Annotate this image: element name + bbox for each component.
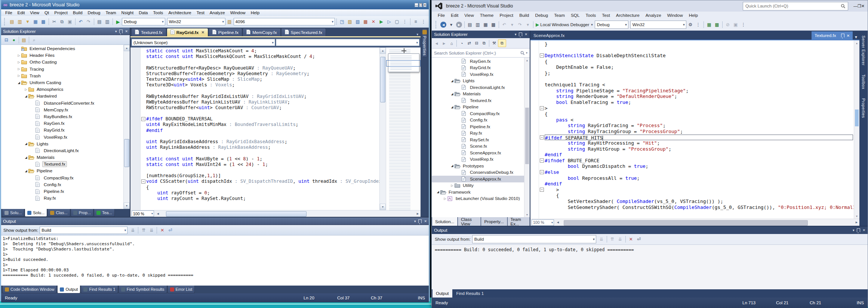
menu-item-project[interactable]: Project xyxy=(52,10,70,15)
collapsed-tool-tab[interactable]: Server Explorer xyxy=(861,33,866,67)
pin-icon[interactable] xyxy=(418,219,422,223)
tree-item[interactable]: CompactRay.fx xyxy=(432,110,524,117)
tree-item[interactable]: RaySet.fx xyxy=(432,136,524,143)
editor-margin[interactable] xyxy=(530,40,539,219)
collapsed-tool-tab[interactable]: Properties xyxy=(861,96,866,119)
tree-item[interactable]: ▷Header Files xyxy=(1,52,123,59)
tree-item[interactable]: ◢Materials xyxy=(432,91,524,98)
tool-window-tab[interactable]: Clas... xyxy=(47,209,70,217)
fold-toggle-icon[interactable] xyxy=(539,158,545,164)
menu-item-edit[interactable]: Edit xyxy=(448,12,461,19)
fold-toggle-icon[interactable] xyxy=(539,53,545,59)
cancel-build-icon[interactable]: ⊘ xyxy=(724,21,732,28)
preview-selected-items-icon[interactable]: ⧉ xyxy=(498,39,506,47)
tree-item[interactable]: DirectionalLight.fx xyxy=(1,147,123,154)
menu-item-debug[interactable]: Debug xyxy=(532,12,551,19)
tree-item[interactable]: ◢Lights xyxy=(1,141,123,147)
pin-icon[interactable] xyxy=(519,33,522,36)
new-project-icon[interactable]: ▤ xyxy=(8,18,16,25)
tree-item[interactable]: Ray.fx xyxy=(1,195,123,201)
tree-item[interactable]: DistanceFieldConverter.fx xyxy=(1,100,123,107)
solution-explorer-header[interactable]: Solution Explorer ▾✕ xyxy=(1,28,130,35)
tree-item[interactable]: SceneApprox.fx xyxy=(432,150,524,156)
maximize-button[interactable]: ❐ xyxy=(419,3,422,7)
menu-item-window[interactable]: Window xyxy=(228,10,248,15)
tool-window-tab[interactable]: Output xyxy=(433,289,452,298)
tree-item[interactable]: ▷Trash xyxy=(1,73,123,79)
toolbar-options-icon[interactable]: ⋮ xyxy=(420,18,427,25)
solution-config-combo[interactable]: Debug xyxy=(595,21,628,29)
solution-search-input[interactable]: Search Solution Explorer (Ctrl+;) ▾ xyxy=(432,49,530,58)
home-icon[interactable]: ⌂ xyxy=(448,40,455,47)
tree-item[interactable]: ▷beLauncher (Visual Studio 2010) xyxy=(432,195,524,202)
find-message-icon[interactable]: ⇊ xyxy=(129,227,136,234)
code-line[interactable]: SetVertexShader( CompileShader(vs_5_0, V… xyxy=(539,198,854,204)
document-tab[interactable]: Pipeline.fx xyxy=(209,28,242,36)
output-source-combo[interactable]: Build xyxy=(472,235,596,243)
code-line[interactable]: RWByteAddressBuffer RayGridIdxListUAV : … xyxy=(141,94,379,99)
editor-scrollbar[interactable]: ▲ ▼ xyxy=(379,47,386,210)
menu-item-architecture[interactable]: Architecture xyxy=(613,12,643,19)
tree-item[interactable]: ▷Ortho Casting xyxy=(1,59,123,65)
window-position-icon[interactable]: ▾ xyxy=(853,228,855,232)
tree-item[interactable]: MemCopy.fx xyxy=(1,107,123,113)
scroll-down-icon[interactable]: ▼ xyxy=(124,203,130,209)
fold-toggle-icon[interactable] xyxy=(539,135,545,141)
menu-item-qt[interactable]: Qt xyxy=(42,10,52,15)
add-item-icon[interactable]: ▥ xyxy=(474,21,481,28)
tool-window-tab[interactable]: Code Definition Window xyxy=(2,286,57,293)
redo-icon[interactable]: ↷ xyxy=(85,18,92,25)
tree-item[interactable]: ConservativeDebug.fx xyxy=(432,169,524,176)
tree-item[interactable]: RayBundles.fx xyxy=(1,113,123,120)
code-line[interactable]: }; xyxy=(539,70,854,76)
code-line[interactable]: string RayGridTracing = "Process"; xyxy=(539,123,854,129)
menu-item-build[interactable]: Build xyxy=(516,12,532,19)
undo-icon[interactable]: ↶ xyxy=(77,18,84,25)
sync-with-active-document-icon[interactable]: ⇄ xyxy=(465,40,473,47)
menu-item-edit[interactable]: Edit xyxy=(15,10,28,15)
attach-process-icon[interactable]: ⚙ xyxy=(687,21,694,28)
menu-item-build[interactable]: Build xyxy=(70,10,85,15)
zoom-combo[interactable]: 100 % xyxy=(132,210,154,217)
scroll-left-icon[interactable]: ◀ xyxy=(155,212,161,215)
pending-changes-filter-icon[interactable]: ◔ xyxy=(458,40,465,47)
title-bar[interactable]: breeze 2 - Microsoft Visual Studio Quick… xyxy=(432,0,868,12)
code-line[interactable]: #endif xyxy=(539,152,854,158)
code-line[interactable]: string PipelineStage = "TracingPipelineS… xyxy=(539,88,854,94)
expander-icon[interactable]: ◢ xyxy=(16,81,21,84)
close-icon[interactable]: ✕ xyxy=(424,219,427,223)
immediate-window-icon[interactable]: ▶ xyxy=(378,18,385,25)
tool-window-tab[interactable]: Property... xyxy=(481,217,507,226)
zoom-combo[interactable]: 100 % xyxy=(532,219,554,226)
tree-item[interactable]: Ray.fx xyxy=(432,130,524,137)
document-tab[interactable]: Textured.fx✕ xyxy=(812,31,853,40)
code-line[interactable]: pass < xyxy=(539,117,854,123)
view-code-icon[interactable]: ▤ xyxy=(20,36,28,43)
clear-all-icon[interactable]: ✕ xyxy=(627,236,635,243)
code-line[interactable]: Texture3D<uint> Voxels : Voxels; xyxy=(141,82,379,88)
horizontal-scrollbar[interactable] xyxy=(561,220,854,225)
close-button[interactable]: ✕ xyxy=(423,3,427,7)
code-line[interactable]: > xyxy=(539,187,854,193)
property-pages-icon[interactable]: ▨ xyxy=(226,18,233,25)
tab-list-dropdown-icon[interactable]: ▾ xyxy=(855,34,857,40)
next-message-icon[interactable]: ⇊ xyxy=(616,236,624,243)
open-file-icon[interactable]: ▼ xyxy=(24,18,31,25)
find-in-files-icon[interactable]: ▤ xyxy=(96,18,103,25)
code-line[interactable]: { xyxy=(539,111,854,117)
scroll-up-icon[interactable]: ▲ xyxy=(124,45,130,51)
output-text[interactable]: 1>FinalizeBuildStatus:1> Deleting file "… xyxy=(1,235,429,286)
expander-icon[interactable]: ◢ xyxy=(24,156,28,159)
rebuild-shaders-icon[interactable]: ▩ xyxy=(713,21,721,28)
scroll-right-icon[interactable]: ▶ xyxy=(415,212,421,215)
expander-icon[interactable]: ◢ xyxy=(24,95,28,98)
code-line[interactable]: uint RayGridIdxBaseAddress : RayGridIdxB… xyxy=(141,139,379,145)
tool-window-tab[interactable]: Team Ex... xyxy=(508,217,530,226)
menu-item-analyze[interactable]: Analyze xyxy=(207,10,228,15)
tool-window-tab[interactable]: Tea... xyxy=(94,209,115,217)
title-bar[interactable]: ∞ breeze 2 - Microsoft Visual Studio —❐✕ xyxy=(1,0,429,9)
solution-explorer-icon[interactable]: ◳ xyxy=(338,18,346,25)
output-text[interactable]: ========== Build: 0 succeeded, 0 failed,… xyxy=(432,245,868,289)
expander-icon[interactable]: ▷ xyxy=(16,74,21,77)
close-icon[interactable]: ✕ xyxy=(125,30,128,33)
